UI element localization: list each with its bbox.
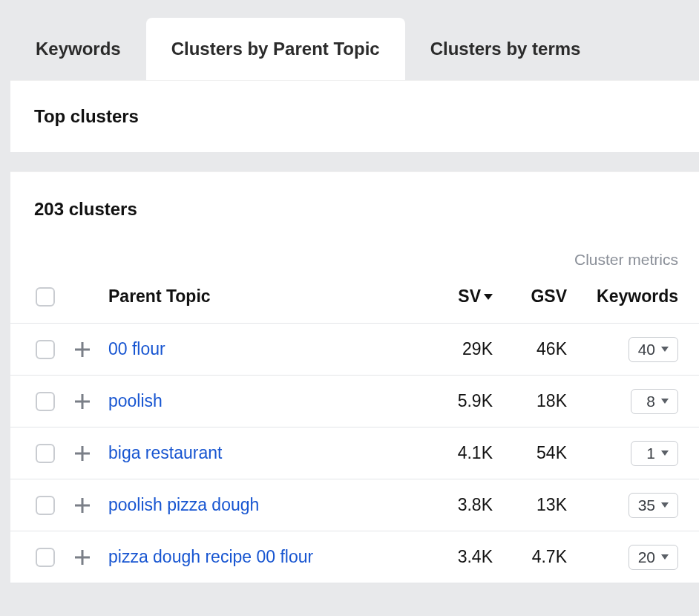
chevron-down-icon (661, 399, 669, 404)
expand-button[interactable] (71, 442, 93, 465)
tab-keywords[interactable]: Keywords (10, 18, 146, 80)
row-checkbox[interactable] (36, 392, 55, 411)
plus-icon (75, 342, 90, 357)
row-checkbox[interactable] (36, 444, 55, 463)
parent-topic-link[interactable]: 00 flour (108, 339, 165, 358)
parent-topic-link[interactable]: poolish (108, 391, 163, 410)
sort-desc-icon (484, 294, 493, 300)
expand-button[interactable] (71, 494, 93, 517)
parent-topic-link[interactable]: poolish pizza dough (108, 495, 259, 514)
gsv-value: 18K (493, 391, 567, 411)
table-row: biga restaurant 4.1K 54K 1 (10, 427, 699, 479)
expand-button[interactable] (71, 390, 93, 413)
row-checkbox[interactable] (36, 548, 55, 567)
plus-icon (75, 550, 90, 565)
gsv-value: 46K (493, 339, 567, 359)
sv-value: 3.4K (419, 547, 493, 567)
tab-clusters-terms[interactable]: Clusters by terms (405, 18, 606, 80)
chevron-down-icon (661, 450, 669, 456)
sv-value: 5.9K (419, 391, 493, 411)
column-keywords[interactable]: Keywords (567, 286, 678, 307)
plus-icon (75, 446, 90, 461)
chevron-down-icon (661, 347, 669, 352)
sv-value: 29K (419, 339, 493, 359)
plus-icon (75, 394, 90, 409)
row-checkbox[interactable] (36, 340, 55, 359)
keywords-dropdown[interactable]: 35 (629, 493, 678, 518)
column-sv-sort[interactable]: SV (458, 286, 493, 307)
chevron-down-icon (661, 554, 669, 560)
cluster-count: 203 clusters (10, 172, 699, 246)
top-clusters-title: Top clusters (10, 81, 699, 152)
clusters-table-panel: 203 clusters Cluster metrics Parent Topi… (10, 171, 699, 583)
table-header-row: Parent Topic SV GSV Keywords (10, 279, 699, 324)
column-parent-topic[interactable]: Parent Topic (108, 286, 419, 307)
keywords-dropdown[interactable]: 20 (629, 545, 678, 570)
plus-icon (75, 498, 90, 513)
row-checkbox[interactable] (36, 496, 55, 515)
expand-button[interactable] (71, 546, 93, 569)
chevron-down-icon (661, 502, 669, 508)
gsv-value: 54K (493, 443, 567, 463)
select-all-checkbox[interactable] (36, 287, 55, 307)
sv-value: 3.8K (419, 495, 493, 515)
gsv-value: 4.7K (493, 547, 567, 567)
keywords-count: 1 (646, 445, 655, 462)
keywords-count: 35 (638, 497, 655, 514)
parent-topic-link[interactable]: pizza dough recipe 00 flour (108, 547, 313, 566)
sv-value: 4.1K (419, 443, 493, 463)
keywords-dropdown[interactable]: 40 (629, 337, 678, 362)
keywords-count: 8 (646, 393, 655, 410)
keywords-count: 40 (638, 341, 655, 358)
top-clusters-panel: Top clusters (10, 80, 699, 152)
cluster-metrics-label: Cluster metrics (10, 246, 699, 279)
table-row: pizza dough recipe 00 flour 3.4K 4.7K 20 (10, 531, 699, 583)
keywords-dropdown[interactable]: 1 (631, 441, 678, 466)
clusters-table: Parent Topic SV GSV Keywords 00 flour 29… (10, 279, 699, 583)
table-row: poolish 5.9K 18K 8 (10, 376, 699, 427)
column-gsv[interactable]: GSV (493, 286, 567, 307)
keywords-dropdown[interactable]: 8 (631, 389, 678, 414)
table-row: poolish pizza dough 3.8K 13K 35 (10, 479, 699, 531)
table-row: 00 flour 29K 46K 40 (10, 324, 699, 376)
expand-button[interactable] (71, 338, 93, 361)
panel-gap (10, 152, 699, 171)
column-sv-label: SV (458, 286, 481, 307)
tab-clusters-parent[interactable]: Clusters by Parent Topic (146, 18, 405, 80)
tab-bar: Keywords Clusters by Parent Topic Cluste… (10, 13, 699, 80)
gsv-value: 13K (493, 495, 567, 515)
parent-topic-link[interactable]: biga restaurant (108, 443, 222, 462)
keywords-count: 20 (638, 548, 655, 566)
